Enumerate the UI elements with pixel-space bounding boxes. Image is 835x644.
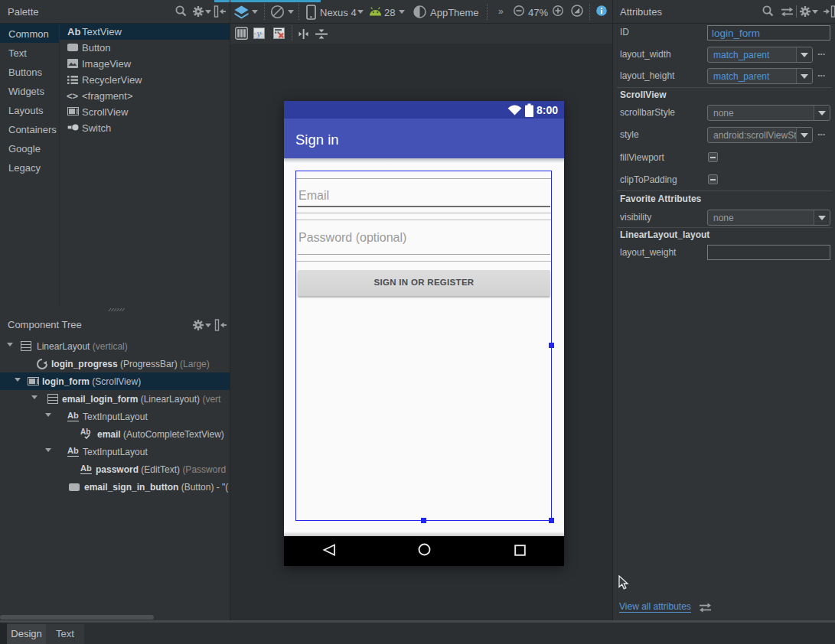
svg-text:y: y bbox=[256, 28, 262, 39]
